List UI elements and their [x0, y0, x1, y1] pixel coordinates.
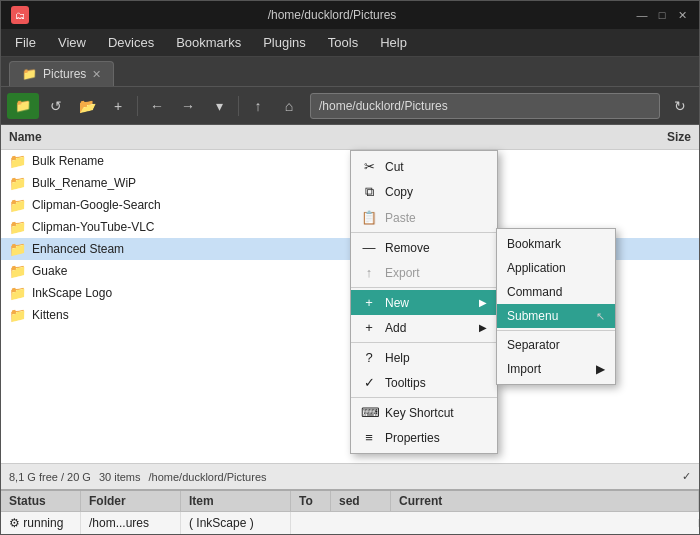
file-list-header: Name Size [1, 125, 699, 150]
toolbar-separator-1 [137, 96, 138, 116]
close-button[interactable]: ✕ [675, 8, 689, 22]
tabbar: 📁 Pictures ✕ [1, 57, 699, 87]
add-icon: + [361, 320, 377, 335]
context-menu: ✂ Cut ⧉ Copy 📋 Paste — Remove ↑ Export +… [350, 150, 498, 454]
window-controls: — □ ✕ [635, 8, 689, 22]
ctx-properties[interactable]: ≡ Properties [351, 425, 497, 450]
ctx-new[interactable]: + New ▶ [351, 290, 497, 315]
submenu-separator-item[interactable]: Separator [497, 333, 615, 357]
ctx-copy[interactable]: ⧉ Copy [351, 179, 497, 205]
menu-plugins[interactable]: Plugins [253, 31, 316, 54]
new-arrow-icon: ▶ [479, 297, 487, 308]
ctx-remove[interactable]: — Remove [351, 235, 497, 260]
menu-devices[interactable]: Devices [98, 31, 164, 54]
ctx-add[interactable]: + Add ▶ [351, 315, 497, 340]
refresh-button[interactable]: ↻ [667, 93, 693, 119]
submenu-command[interactable]: Command [497, 280, 615, 304]
toolbar: 📁 ↺ 📂 + ← → ▾ ↑ ⌂ ↻ [1, 87, 699, 125]
add-button[interactable]: + [104, 93, 132, 119]
tooltips-check-icon: ✓ [361, 375, 377, 390]
tab-pictures[interactable]: 📁 Pictures ✕ [9, 61, 114, 86]
titlebar: 🗂 /home/ducklord/Pictures — □ ✕ [1, 1, 699, 29]
ctx-help-label: Help [385, 351, 410, 365]
titlebar-title: /home/ducklord/Pictures [29, 8, 635, 22]
tab-folder-icon: 📁 [22, 67, 37, 81]
menubar: File View Devices Bookmarks Plugins Tool… [1, 29, 699, 57]
separator-item-label: Separator [507, 338, 560, 352]
address-bar[interactable] [310, 93, 660, 119]
file-name: Enhanced Steam [32, 242, 124, 256]
properties-icon: ≡ [361, 430, 377, 445]
name-column-header: Name [1, 127, 619, 147]
bottom-panel-row: ⚙ running /hom...ures ( InkScape ) [1, 512, 699, 534]
ctx-copy-label: Copy [385, 185, 413, 199]
current-path: /home/ducklord/Pictures [149, 471, 267, 483]
folder-icon: 📁 [9, 285, 26, 301]
ctx-new-label: New [385, 296, 409, 310]
to-col-header: To [291, 491, 331, 511]
import-label: Import [507, 362, 541, 376]
ctx-shortcut[interactable]: ⌨ Key Shortcut [351, 400, 497, 425]
ctx-cut[interactable]: ✂ Cut [351, 154, 497, 179]
ctx-separator-2 [351, 287, 497, 288]
copy-icon: ⧉ [361, 184, 377, 200]
submenu-bookmark[interactable]: Bookmark [497, 232, 615, 256]
file-name: Bulk_Rename_WiP [32, 176, 136, 190]
tab-close-button[interactable]: ✕ [92, 68, 101, 81]
disk-info: 8,1 G free / 20 G [9, 471, 91, 483]
paste-icon: 📋 [361, 210, 377, 225]
ctx-help[interactable]: ? Help [351, 345, 497, 370]
maximize-button[interactable]: □ [655, 8, 669, 22]
new-bookmark-button[interactable]: 📁 [7, 93, 39, 119]
size-column-header: Size [619, 127, 699, 147]
forward-button[interactable]: → [174, 93, 202, 119]
browse-button[interactable]: 📂 [73, 93, 101, 119]
menu-file[interactable]: File [5, 31, 46, 54]
app-logo: 🗂 [11, 6, 29, 24]
current-col-header: Current [391, 491, 699, 511]
file-name: Bulk Rename [32, 154, 104, 168]
submenu-hover-indicator: ↖ [596, 310, 605, 323]
ctx-paste[interactable]: 📋 Paste [351, 205, 497, 230]
folder-icon: 📁 [9, 241, 26, 257]
ctx-properties-label: Properties [385, 431, 440, 445]
status-check: ✓ [682, 470, 691, 483]
item-count: 30 items [99, 471, 141, 483]
menu-help[interactable]: Help [370, 31, 417, 54]
reload-button[interactable]: ↺ [42, 93, 70, 119]
up-button[interactable]: ↑ [244, 93, 272, 119]
back-button[interactable]: ← [143, 93, 171, 119]
ctx-cut-label: Cut [385, 160, 404, 174]
menu-tools[interactable]: Tools [318, 31, 368, 54]
submenu-import[interactable]: Import ▶ [497, 357, 615, 381]
history-button[interactable]: ▾ [205, 93, 233, 119]
ctx-tooltips[interactable]: ✓ Tooltips [351, 370, 497, 395]
file-name: Guake [32, 264, 67, 278]
add-arrow-icon: ▶ [479, 322, 487, 333]
command-label: Command [507, 285, 562, 299]
ctx-paste-label: Paste [385, 211, 416, 225]
menu-bookmarks[interactable]: Bookmarks [166, 31, 251, 54]
folder-cell: /hom...ures [81, 512, 181, 534]
submenu-submenu[interactable]: Submenu ↖ [497, 304, 615, 328]
folder-icon: 📁 [9, 175, 26, 191]
submenu-application[interactable]: Application [497, 256, 615, 280]
statusbar: 8,1 G free / 20 G 30 items /home/ducklor… [1, 463, 699, 489]
export-icon: ↑ [361, 265, 377, 280]
to-cell [291, 519, 699, 527]
home-button[interactable]: ⌂ [275, 93, 303, 119]
folder-icon: 📁 [9, 219, 26, 235]
shortcut-icon: ⌨ [361, 405, 377, 420]
ctx-shortcut-label: Key Shortcut [385, 406, 454, 420]
status-cell: ⚙ running [1, 512, 81, 534]
folder-icon: 📁 [9, 153, 26, 169]
minimize-button[interactable]: — [635, 8, 649, 22]
file-name: Clipman-Google-Search [32, 198, 161, 212]
ctx-separator-4 [351, 397, 497, 398]
bookmark-label: Bookmark [507, 237, 561, 251]
ctx-export[interactable]: ↑ Export [351, 260, 497, 285]
folder-icon: 📁 [9, 307, 26, 323]
ctx-separator-3 [351, 342, 497, 343]
remove-icon: — [361, 240, 377, 255]
menu-view[interactable]: View [48, 31, 96, 54]
